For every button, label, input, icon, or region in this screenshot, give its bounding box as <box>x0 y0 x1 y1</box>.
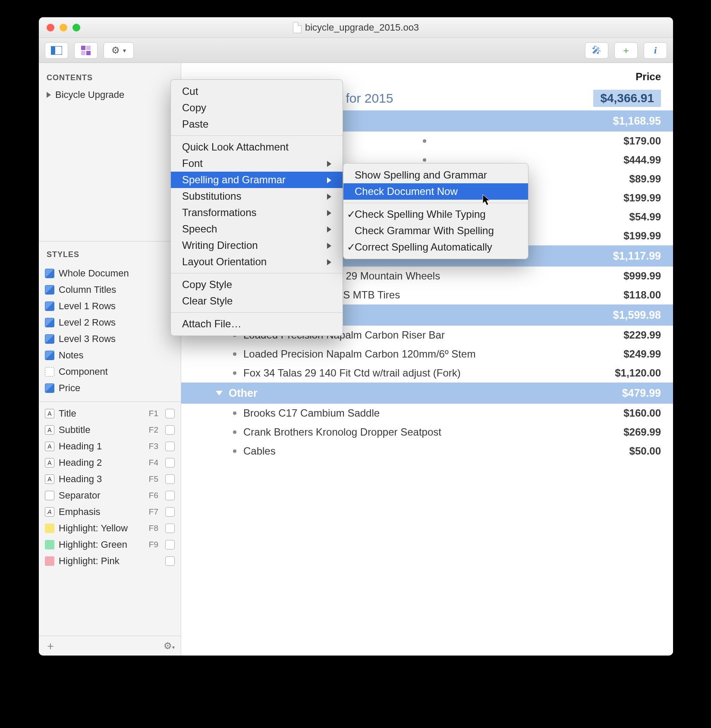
style-checkbox[interactable] <box>165 409 175 418</box>
style-checkbox[interactable] <box>165 458 175 468</box>
add-button[interactable]: ＋ <box>614 42 638 59</box>
shortcut-label: F2 <box>149 425 161 435</box>
contents-root-item[interactable]: Bicycle Upgrade <box>39 87 181 103</box>
dictation-button[interactable]: 🎤︎ <box>585 42 608 59</box>
item-row[interactable]: Cables$50.00 <box>181 442 673 461</box>
item-row[interactable]: Fox 34 Talas 29 140 Fit Ctd w/trail adju… <box>181 364 673 383</box>
named-style-label: Heading 3 <box>59 474 102 485</box>
menu-item[interactable]: Copy Style <box>171 276 343 293</box>
named-style-label: Separator <box>59 490 101 501</box>
menu-item-spelling-and-grammar[interactable]: Spelling and Grammar <box>171 172 343 188</box>
style-checkbox[interactable] <box>165 524 175 533</box>
contents-root-label: Bicycle Upgrade <box>55 89 124 100</box>
info-button[interactable]: i <box>644 42 667 59</box>
style-checkbox[interactable] <box>165 491 175 500</box>
named-style-row[interactable]: SeparatorF6 <box>39 487 181 504</box>
shortcut-label: F8 <box>149 524 161 533</box>
svg-rect-5 <box>86 51 91 55</box>
shortcut-label: F6 <box>149 491 161 500</box>
info-icon: i <box>654 45 657 56</box>
style-row[interactable]: Column Titles <box>39 282 181 298</box>
group-subtotal: $1,117.99 <box>613 250 661 262</box>
add-style-button[interactable]: ＋ <box>45 638 56 653</box>
style-actions-button[interactable]: ⚙︎▾ <box>164 640 175 652</box>
submenu-item[interactable]: Check Grammar With Spelling <box>343 223 528 239</box>
named-style-row[interactable]: AEmphasisF7 <box>39 504 181 520</box>
style-checkbox[interactable] <box>165 425 175 435</box>
submenu-arrow-icon <box>314 239 331 251</box>
disclosure-triangle-icon[interactable] <box>47 92 51 98</box>
item-price: $50.00 <box>629 445 661 457</box>
menu-item[interactable]: Clear Style <box>171 293 343 309</box>
highlight-swatch-icon <box>45 540 54 549</box>
named-style-row[interactable]: ASubtitleF2 <box>39 422 181 438</box>
menu-item-substitutions[interactable]: Substitutions <box>171 188 343 204</box>
style-checkbox[interactable] <box>165 540 175 549</box>
submenu-arrow-icon <box>314 207 331 219</box>
style-row[interactable]: Level 3 Rows <box>39 331 181 347</box>
item-row[interactable]: Loaded Precision Napalm Carbon 120mm/6º … <box>181 345 673 364</box>
style-row[interactable]: Whole Documen <box>39 265 181 282</box>
submenu-item-label: Check Grammar With Spelling <box>355 225 494 237</box>
menu-item[interactable]: Copy <box>171 100 343 116</box>
style-checkbox[interactable] <box>165 507 175 517</box>
disclosure-chevron-icon[interactable] <box>216 391 223 395</box>
menu-item-label: Spelling and Grammar <box>182 174 286 186</box>
style-row[interactable]: Price <box>39 380 181 396</box>
style-row[interactable]: Level 1 Rows <box>39 298 181 314</box>
zoom-icon[interactable] <box>72 24 80 31</box>
item-price: $1,120.00 <box>615 367 661 379</box>
style-checkbox[interactable] <box>165 556 175 566</box>
submenu-arrow-icon <box>314 190 331 202</box>
menu-item-writing-direction[interactable]: Writing Direction <box>171 237 343 254</box>
group-row[interactable]: Other$479.99 <box>181 383 673 404</box>
styles-toggle-button[interactable] <box>74 42 98 59</box>
menu-item-layout-orientation[interactable]: Layout Orientation <box>171 254 343 270</box>
submenu-item[interactable]: Check Document Now <box>343 183 528 200</box>
bullet-icon <box>233 430 236 434</box>
menu-item-font[interactable]: Font <box>171 155 343 172</box>
named-style-row[interactable]: Highlight: YellowF8 <box>39 520 181 537</box>
named-style-row[interactable]: Highlight: Pink <box>39 553 181 569</box>
context-menu[interactable]: CutCopyPasteQuick Look AttachmentFontSpe… <box>170 79 343 336</box>
minimize-icon[interactable] <box>60 24 67 31</box>
named-style-row[interactable]: AHeading 1F3 <box>39 438 181 455</box>
named-style-row[interactable]: AHeading 2F4 <box>39 455 181 471</box>
text-style-icon: A <box>45 507 54 517</box>
spelling-submenu[interactable]: Show Spelling and GrammarCheck Document … <box>343 163 529 259</box>
item-row[interactable]: Crank Brothers Kronolog Dropper Seatpost… <box>181 423 673 442</box>
style-checkbox[interactable] <box>165 474 175 484</box>
named-style-row[interactable]: AHeading 3F5 <box>39 471 181 487</box>
svg-rect-2 <box>81 46 85 50</box>
item-price: $269.99 <box>623 426 661 438</box>
filename-label: bicycle_upgrade_2015.oo3 <box>305 22 419 33</box>
item-row[interactable]: Brooks C17 Cambium Saddle$160.00 <box>181 404 673 423</box>
item-price: $54.99 <box>629 211 661 223</box>
style-swatch-icon <box>45 383 54 393</box>
menu-item-speech[interactable]: Speech <box>171 221 343 237</box>
action-menu-button[interactable]: ⚙︎ ▾ <box>104 42 134 59</box>
titlebar: bicycle_upgrade_2015.oo3 <box>39 17 673 38</box>
shortcut-label: F1 <box>149 409 161 418</box>
named-style-row[interactable]: Highlight: GreenF9 <box>39 537 181 553</box>
checkmark-icon: ✓ <box>347 208 356 220</box>
sidebar-toggle-button[interactable] <box>45 42 68 59</box>
style-checkbox[interactable] <box>165 442 175 451</box>
submenu-arrow-icon <box>314 157 331 169</box>
submenu-item[interactable]: Show Spelling and Grammar <box>343 167 528 183</box>
menu-item[interactable]: Cut <box>171 83 343 100</box>
style-row[interactable]: Level 2 Rows <box>39 314 181 331</box>
checkmark-icon: ✓ <box>347 241 356 253</box>
style-row[interactable]: Component <box>39 364 181 380</box>
submenu-item[interactable]: ✓Correct Spelling Automatically <box>343 239 528 255</box>
menu-item-label: Substitutions <box>182 190 241 202</box>
submenu-item[interactable]: ✓Check Spelling While Typing <box>343 206 528 223</box>
menu-item[interactable]: Quick Look Attachment <box>171 139 343 155</box>
close-icon[interactable] <box>47 24 54 31</box>
menu-item[interactable]: Paste <box>171 116 343 132</box>
named-style-row[interactable]: ATitleF1 <box>39 405 181 422</box>
menu-item-transformations[interactable]: Transformations <box>171 204 343 221</box>
menu-item[interactable]: Attach File… <box>171 316 343 332</box>
style-row[interactable]: Notes <box>39 347 181 364</box>
submenu-item-label: Check Spelling While Typing <box>355 208 486 220</box>
